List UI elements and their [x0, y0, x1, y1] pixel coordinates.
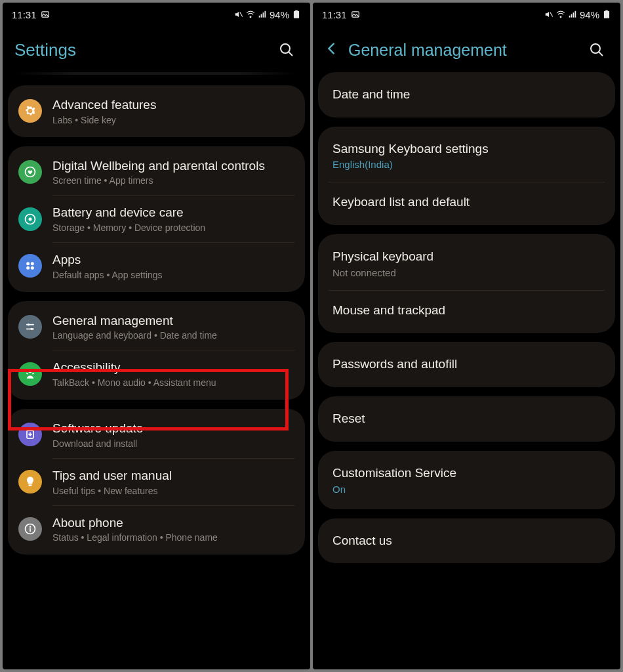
gm-row-reset[interactable]: Reset — [318, 399, 615, 439]
svg-point-16 — [31, 266, 34, 270]
svg-point-8 — [281, 44, 290, 53]
row-title: Software update — [52, 421, 294, 437]
svg-rect-3 — [261, 14, 262, 17]
row-subtitle: Not connected — [332, 267, 601, 278]
settings-row-digital-wellbeing-and-parental-controls[interactable]: Digital Wellbeing and parental controlsS… — [8, 149, 305, 196]
svg-rect-31 — [573, 12, 574, 18]
settings-row-tips-and-user-manual[interactable]: Tips and user manualUseful tips • New fe… — [8, 459, 305, 505]
status-time: 11:31 — [12, 9, 37, 20]
svg-rect-32 — [574, 11, 576, 18]
row-title: Samsung Keyboard settings — [332, 141, 601, 158]
svg-line-9 — [289, 52, 292, 56]
battery-icon — [292, 10, 301, 19]
signal-icon — [258, 10, 267, 19]
svg-rect-2 — [259, 16, 260, 18]
search-button[interactable] — [275, 38, 298, 62]
status-time: 11:31 — [322, 9, 347, 20]
mute-icon — [234, 10, 243, 19]
row-title: Advanced features — [52, 97, 294, 114]
search-button[interactable] — [585, 38, 609, 62]
row-subtitle: TalkBack • Mono audio • Assistant menu — [52, 377, 294, 388]
download-icon — [18, 423, 42, 446]
settings-list: Advanced featuresLabs • Side key Digital… — [3, 85, 310, 669]
svg-point-15 — [26, 266, 30, 270]
svg-point-12 — [29, 217, 32, 220]
settings-row-apps[interactable]: AppsDefault apps • App settings — [8, 243, 305, 289]
sliders-icon — [18, 315, 42, 339]
row-subtitle: On — [332, 484, 601, 495]
header-left: Settings — [3, 25, 310, 72]
battery-percent: 94% — [580, 9, 599, 20]
svg-rect-5 — [264, 11, 266, 18]
row-title: Customisation Service — [332, 465, 601, 482]
apps-icon — [18, 254, 42, 278]
settings-row-general-management[interactable]: General managementLanguage and keyboard … — [8, 304, 305, 350]
row-subtitle: Labs • Side key — [52, 115, 294, 125]
gm-row-mouse-and-trackpad[interactable]: Mouse and trackpad — [318, 291, 615, 331]
row-title: Mouse and trackpad — [332, 303, 601, 319]
svg-rect-23 — [29, 484, 32, 486]
general-management-list: Date and time Samsung Keyboard settingsE… — [313, 72, 620, 669]
svg-line-1 — [240, 12, 243, 17]
gear-icon — [18, 99, 42, 123]
settings-row-software-update[interactable]: Software updateDownload and install — [8, 411, 305, 458]
wifi-icon — [246, 10, 255, 19]
row-title: Physical keyboard — [332, 249, 601, 265]
page-title: Settings — [14, 40, 266, 60]
row-subtitle: Language and keyboard • Date and time — [52, 330, 294, 341]
battery-percent: 94% — [270, 9, 289, 20]
page-title: General management — [348, 41, 576, 60]
settings-row-advanced-features[interactable]: Advanced featuresLabs • Side key — [8, 88, 305, 135]
gm-row-customisation-service[interactable]: Customisation ServiceOn — [318, 453, 615, 507]
gm-row-keyboard-list-and-default[interactable]: Keyboard list and default — [318, 182, 615, 222]
gm-row-samsung-keyboard-settings[interactable]: Samsung Keyboard settingsEnglish(India) — [318, 129, 615, 182]
row-title: Keyboard list and default — [332, 194, 601, 211]
row-title: Apps — [52, 252, 294, 268]
settings-row-about-phone[interactable]: About phoneStatus • Legal information • … — [8, 506, 305, 553]
gm-row-date-and-time[interactable]: Date and time — [318, 75, 615, 115]
search-icon — [279, 42, 294, 58]
row-subtitle: English(India) — [332, 159, 601, 170]
row-title: Contact us — [332, 533, 601, 549]
settings-row-battery-and-device-care[interactable]: Battery and device careStorage • Memory … — [8, 196, 305, 242]
gm-row-passwords-and-autofill[interactable]: Passwords and autofill — [318, 345, 615, 385]
info-icon — [18, 517, 42, 541]
svg-rect-34 — [605, 10, 608, 12]
wifi-icon — [556, 10, 565, 19]
status-bar: 11:31 94% — [3, 3, 310, 25]
svg-line-28 — [550, 12, 553, 17]
row-title: General management — [52, 313, 294, 329]
row-subtitle: Status • Legal information • Phone name — [52, 532, 294, 543]
back-button[interactable] — [325, 41, 339, 58]
shield-icon — [18, 207, 42, 231]
phone-right: 11:31 94% General management Date and ti… — [313, 3, 620, 669]
scroll-indicator — [16, 72, 297, 75]
svg-point-25 — [30, 526, 31, 528]
search-icon — [589, 42, 605, 58]
gm-row-physical-keyboard[interactable]: Physical keyboardNot connected — [318, 237, 615, 290]
signal-icon — [568, 10, 577, 19]
svg-point-21 — [29, 369, 32, 373]
row-subtitle: Default apps • App settings — [52, 270, 294, 280]
svg-point-18 — [28, 324, 30, 326]
svg-rect-6 — [294, 11, 299, 18]
row-subtitle: Useful tips • New features — [52, 486, 294, 496]
settings-row-accessibility[interactable]: AccessibilityTalkBack • Mono audio • Ass… — [8, 350, 305, 397]
picture-icon — [41, 10, 50, 19]
svg-rect-30 — [571, 14, 573, 17]
row-title: Passwords and autofill — [332, 356, 601, 373]
row-title: Digital Wellbeing and parental controls — [52, 158, 294, 175]
svg-rect-4 — [263, 12, 264, 18]
gm-row-contact-us[interactable]: Contact us — [318, 521, 615, 561]
row-subtitle: Storage • Memory • Device protection — [52, 222, 294, 233]
person-icon — [18, 362, 42, 386]
mute-icon — [544, 10, 553, 19]
row-title: Accessibility — [52, 360, 294, 376]
row-title: Date and time — [332, 87, 601, 103]
svg-rect-33 — [604, 11, 609, 18]
header-right: General management — [313, 25, 620, 72]
svg-rect-26 — [30, 528, 31, 532]
bulb-icon — [18, 470, 42, 494]
svg-rect-29 — [569, 16, 571, 18]
battery-icon — [602, 10, 611, 19]
